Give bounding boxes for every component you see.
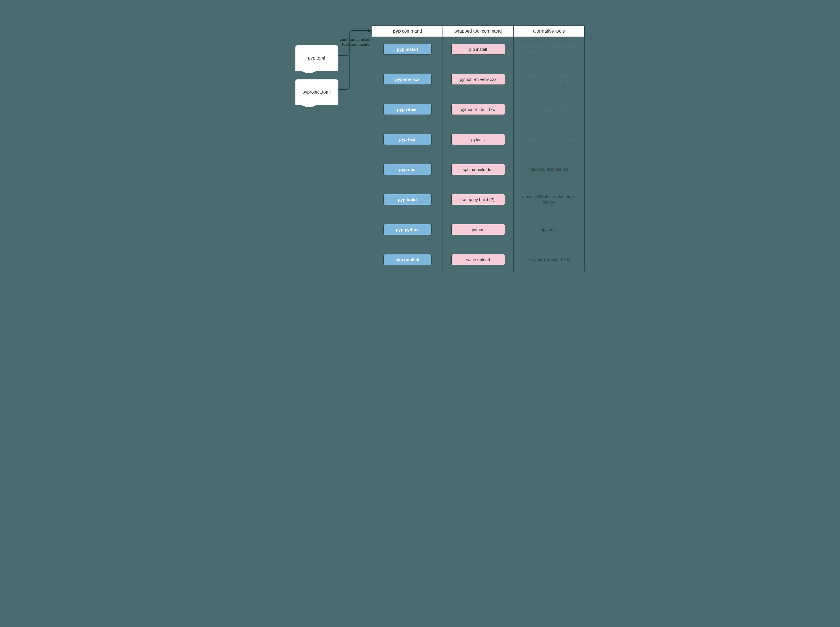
pyp-cmd-slot: pyp install xyxy=(378,42,438,56)
pyp-command-badge: pyp install xyxy=(383,44,431,55)
file-pyp-toml: pyp.toml xyxy=(296,46,338,71)
column-pyp-command: pyp installpyp env xxxpyp wheelpyp testp… xyxy=(372,36,443,272)
wrapped-command-badge: python -m build -w xyxy=(451,104,505,115)
pyp-command-badge: pyp wheel xyxy=(383,104,431,115)
alt-tools-slot: pypa/installer, mamba/conda, spack, home… xyxy=(519,42,579,56)
alt-tools-text: mkdocs, docusaurus xyxy=(528,164,569,175)
column-wrapped-tool: pip installpython -m venv xxxpython -m b… xyxy=(443,36,514,272)
alt-tools-text: meson, CMake, make, ninja, dev.py xyxy=(519,194,579,205)
wrapped-command-badge: python -m venv xxx xyxy=(451,74,505,85)
connector-label: configure and add tool commands xyxy=(336,38,376,47)
pyp-command-badge: pyp env xxx xyxy=(383,74,431,85)
wrapped-command-badge: sphinx-build doc xyxy=(451,164,505,175)
pyp-command-badge: pyp build xyxy=(383,194,431,205)
wrapped-cmd-slot: pytest . xyxy=(448,132,508,146)
alt-tools-slot: unittest, nox, tox, ./test/run.py xyxy=(519,132,579,146)
pyp-command-badge: pyp doc xyxy=(383,164,431,175)
pyp-cmd-slot: pyp test xyxy=(378,132,438,146)
file-pyproject-toml: pyproject.toml xyxy=(296,79,338,105)
alt-tools-text: pypa/installer, mamba/conda, spack, home… xyxy=(519,43,579,55)
command-table: pyp command wrapped tool command alterna… xyxy=(372,25,585,272)
alt-tools-text: flit, poetry, hatch, PDM xyxy=(527,254,571,265)
pyp-command-badge: pyp publish xyxy=(383,254,431,265)
wrapped-command-badge: pip install xyxy=(451,44,505,55)
wrapped-command-badge: python xyxy=(451,224,505,235)
pyp-cmd-slot: pyp python xyxy=(378,223,438,236)
header-alt-tools: alternative tools xyxy=(514,26,584,36)
pyp-cmd-slot: pyp build xyxy=(378,192,438,206)
pyp-cmd-slot: pyp wheel xyxy=(378,102,438,116)
wrapped-cmd-slot: setup.py build (?) xyxy=(448,192,508,206)
alt-tools-slot: meson, CMake, make, ninja, dev.py xyxy=(519,192,579,206)
wrapped-command-badge: setup.py build (?) xyxy=(451,194,505,205)
column-alt-tools: pypa/installer, mamba/conda, spack, home… xyxy=(514,36,584,272)
header-wrapped-tool: wrapped tool command xyxy=(443,26,514,36)
wrapped-cmd-slot: pip install xyxy=(448,42,508,56)
header-pyp-command: pyp command xyxy=(372,26,443,36)
wrapped-cmd-slot: sphinx-build doc xyxy=(448,162,508,176)
pyp-command-badge: pyp python xyxy=(383,224,431,235)
alt-tools-slot: ipython xyxy=(519,223,579,236)
alt-tools-text: pip, flit, poetry, hatch xyxy=(529,104,569,115)
pyp-command-badge: pyp test xyxy=(383,134,431,145)
pyp-cmd-slot: pyp env xxx xyxy=(378,72,438,86)
alt-tools-text: virtualenv, poetry, hatch, mamba/conda, … xyxy=(519,74,579,85)
file-label: pyproject.toml xyxy=(302,90,331,95)
wrapped-command-badge: twine upload xyxy=(451,254,505,265)
diagram-canvas: pyp.toml pyproject.toml configure and ad… xyxy=(253,17,587,289)
wrapped-cmd-slot: python xyxy=(448,223,508,236)
file-label: pyp.toml xyxy=(308,55,325,61)
alt-tools-slot: mkdocs, docusaurus xyxy=(519,162,579,176)
alt-tools-slot: virtualenv, poetry, hatch, mamba/conda, … xyxy=(519,72,579,86)
table-body: pyp installpyp env xxxpyp wheelpyp testp… xyxy=(372,36,584,272)
wrapped-cmd-slot: python -m venv xxx xyxy=(448,72,508,86)
alt-tools-slot: flit, poetry, hatch, PDM xyxy=(519,253,579,266)
pyp-cmd-slot: pyp doc xyxy=(378,162,438,176)
wrapped-command-badge: pytest . xyxy=(451,134,505,145)
wrapped-cmd-slot: twine upload xyxy=(448,253,508,266)
alt-tools-text: unittest, nox, tox, ./test/run.py xyxy=(520,134,578,145)
pyp-cmd-slot: pyp publish xyxy=(378,253,438,266)
table-header-row: pyp command wrapped tool command alterna… xyxy=(372,26,584,36)
wrapped-cmd-slot: python -m build -w xyxy=(448,102,508,116)
alt-tools-text: ipython xyxy=(541,224,557,235)
alt-tools-slot: pip, flit, poetry, hatch xyxy=(519,102,579,116)
